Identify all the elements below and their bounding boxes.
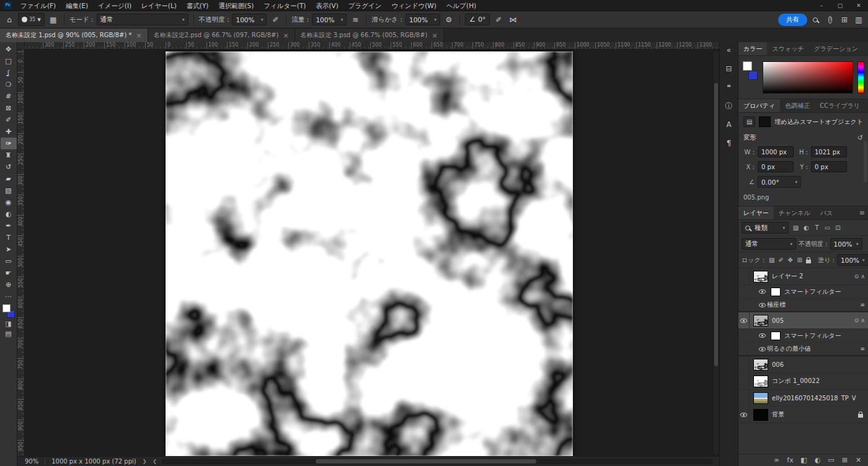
quick-mask-icon[interactable]: ◨: [1, 320, 17, 328]
properties-scrollbar[interactable]: [864, 141, 867, 182]
paragraph-panel-icon[interactable]: ¶: [722, 136, 737, 150]
reset-transform-icon[interactable]: ↺: [857, 134, 863, 142]
new-layer-icon[interactable]: ⊞: [840, 456, 849, 464]
filter-options-icon[interactable]: ≡: [860, 346, 865, 352]
color-swatch-pair[interactable]: [742, 61, 758, 80]
color-tab[interactable]: カラー: [738, 42, 767, 55]
smart-filter-badge[interactable]: ⊙: [854, 273, 859, 279]
minimize-button[interactable]: –: [812, 0, 831, 11]
arrange-documents-icon[interactable]: ⊞: [839, 15, 850, 24]
pressure-opacity-icon[interactable]: ✐: [270, 15, 281, 24]
filter-type-layers-icon[interactable]: T: [812, 224, 822, 231]
layer-row[interactable]: 006: [738, 356, 868, 373]
filter-mask-thumbnail[interactable]: [771, 288, 781, 296]
lock-all-icon[interactable]: [806, 260, 811, 263]
foreground-color-swatch[interactable]: [2, 304, 11, 312]
menu-item[interactable]: ヘルプ(H): [441, 0, 481, 11]
height-field[interactable]: 1021 px: [811, 146, 847, 157]
info-panel-icon[interactable]: ⓘ: [722, 99, 737, 113]
layers-tab[interactable]: チャンネル: [774, 206, 815, 219]
canvas[interactable]: [166, 51, 573, 456]
document-tab[interactable]: 名称未設定 1.psd @ 90% (005, RGB/8#) *×: [0, 29, 148, 42]
history-panel-icon[interactable]: ⊟: [722, 62, 737, 76]
brush-settings-panel-icon[interactable]: ▦: [48, 15, 59, 24]
menu-item[interactable]: レイヤー(L): [136, 0, 182, 11]
collapse-filters-icon[interactable]: ∧: [861, 317, 865, 323]
visibility-toggle[interactable]: [738, 407, 750, 423]
vertical-scrollbar[interactable]: [714, 51, 719, 455]
smoothing-options-gear-icon[interactable]: ⚙: [443, 15, 454, 24]
filter-options-icon[interactable]: ≡: [860, 302, 865, 308]
layer-effects-icon[interactable]: fx: [786, 456, 795, 464]
smart-filter-row[interactable]: 極座標≡: [738, 299, 868, 312]
panel-menu-icon[interactable]: ≡: [865, 99, 868, 112]
hue-slider[interactable]: [857, 61, 864, 94]
shape-tool[interactable]: ▭: [1, 255, 17, 267]
y-field[interactable]: 0 px: [811, 161, 847, 172]
menu-item[interactable]: 編集(E): [61, 0, 93, 11]
frame-tool[interactable]: ⊠: [1, 102, 17, 114]
filter-adjustment-layers-icon[interactable]: ◐: [802, 224, 811, 231]
horizontal-scrollbar-thumb[interactable]: [316, 459, 536, 464]
ruler-origin-corner[interactable]: [17, 42, 25, 50]
layers-tab[interactable]: パス: [815, 206, 838, 219]
clone-stamp-tool[interactable]: ♜: [1, 149, 17, 161]
lasso-tool[interactable]: ʆ: [1, 67, 17, 79]
status-next-icon[interactable]: ❯: [143, 459, 147, 464]
move-tool[interactable]: ✥: [1, 43, 17, 55]
menu-item[interactable]: ウィンドウ(W): [387, 0, 441, 11]
home-icon[interactable]: ⌂: [4, 15, 15, 24]
close-tab-icon[interactable]: ×: [432, 32, 437, 40]
path-selection-tool[interactable]: ➤: [1, 244, 17, 255]
properties-tab[interactable]: 色調補正: [780, 99, 815, 112]
opacity-select[interactable]: 100% ▾: [232, 14, 267, 25]
layer-row[interactable]: 背景: [738, 407, 868, 423]
share-button[interactable]: 共有: [778, 14, 807, 26]
layer-row[interactable]: 005⊙∧: [738, 312, 868, 329]
layer-row[interactable]: コンポ 1_00022: [738, 373, 868, 390]
layer-opacity-select[interactable]: 100% ▾: [830, 238, 862, 250]
brush-angle-field[interactable]: ∠ 0°: [465, 14, 490, 25]
color-tab[interactable]: スウォッチ: [767, 42, 808, 55]
width-field[interactable]: 1000 px: [758, 146, 794, 157]
workspace-icon[interactable]: ▥: [853, 15, 864, 24]
filter-mask-thumbnail[interactable]: [771, 332, 781, 340]
search-icon[interactable]: [810, 15, 822, 24]
menu-item[interactable]: イメージ(I): [93, 0, 136, 11]
menu-item[interactable]: フィルター(T): [259, 0, 311, 11]
visibility-toggle[interactable]: [738, 312, 750, 328]
dodge-tool[interactable]: ◐: [1, 208, 17, 220]
layer-blend-mode-select[interactable]: 通常 ▾: [742, 238, 796, 250]
menu-item[interactable]: 表示(V): [311, 0, 343, 11]
quick-selection-tool[interactable]: ❍: [1, 79, 17, 90]
adjustment-layer-icon[interactable]: ◐: [813, 456, 822, 464]
visibility-toggle[interactable]: [757, 343, 767, 355]
smart-filter-badge[interactable]: ⊙: [854, 317, 859, 323]
brush-preset-picker[interactable]: 35 ▾: [18, 13, 45, 26]
document-tab[interactable]: 名称未設定 3.psd @ 66.7% (005, RGB/8#)×: [295, 29, 444, 42]
color-swatch-pair[interactable]: [2, 304, 16, 318]
screen-mode-icon[interactable]: ▤: [1, 330, 17, 338]
foreground-color-swatch[interactable]: [743, 61, 752, 71]
maximize-button[interactable]: ▢: [831, 0, 849, 11]
eyedropper-tool[interactable]: ✐: [1, 114, 17, 126]
blur-tool[interactable]: ◉: [1, 196, 17, 208]
lock-pixels-icon[interactable]: ✐: [776, 257, 786, 263]
history-brush-tool[interactable]: ↺: [1, 161, 17, 173]
filter-kind-select[interactable]: 種類 ▾: [742, 222, 789, 234]
filter-shape-layers-icon[interactable]: ▭: [823, 224, 832, 231]
type-tool[interactable]: T: [1, 232, 17, 244]
smart-filter-row[interactable]: 明るさの最小値≡: [738, 343, 868, 356]
vertical-ruler[interactable]: 0501001502002503003504004505005506006507…: [17, 50, 25, 456]
smoothing-select[interactable]: 100% ▾: [405, 14, 440, 25]
comment-panel-icon[interactable]: ❝: [722, 81, 737, 94]
status-prev-icon[interactable]: ❮: [153, 459, 157, 464]
visibility-toggle[interactable]: [738, 268, 750, 284]
marquee-tool[interactable]: □: [1, 55, 17, 67]
delete-layer-icon[interactable]: ✕: [854, 456, 863, 464]
smart-object-icon[interactable]: ▤: [743, 116, 755, 127]
add-mask-icon[interactable]: ◧: [799, 456, 808, 464]
airbrush-icon[interactable]: ≋: [350, 15, 361, 24]
color-tab[interactable]: パターン: [863, 42, 868, 55]
smart-filter-row[interactable]: スマートフィルター: [738, 285, 868, 299]
